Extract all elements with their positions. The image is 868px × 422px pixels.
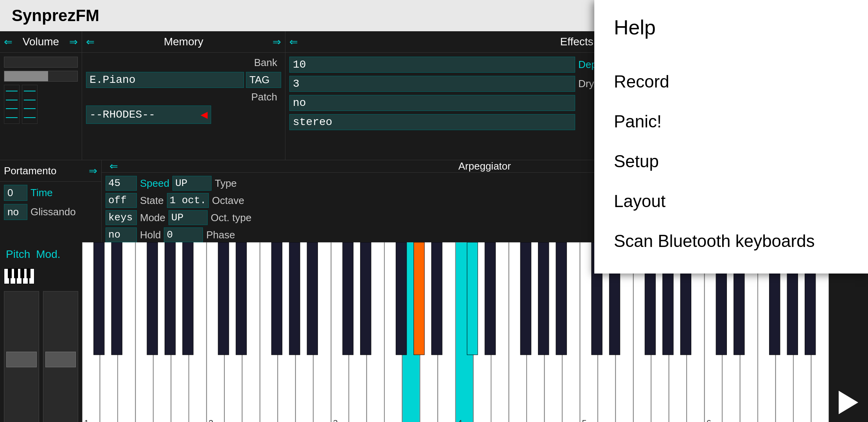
app-title: SynprezFM bbox=[12, 6, 99, 25]
arp-state-value[interactable]: off bbox=[106, 193, 137, 208]
svg-rect-67 bbox=[556, 242, 567, 355]
patch-row: Patch bbox=[86, 91, 281, 103]
vol-slider-1[interactable] bbox=[4, 85, 20, 124]
pitch-slider[interactable] bbox=[4, 291, 39, 422]
depth-value[interactable]: 10 bbox=[289, 57, 575, 73]
svg-rect-52 bbox=[183, 242, 193, 355]
svg-rect-66 bbox=[538, 242, 549, 355]
volume-header: ⇐ Volume ⇒ bbox=[0, 31, 82, 53]
effects-type-left: stereo bbox=[289, 114, 575, 130]
patch-label: Patch bbox=[251, 91, 278, 103]
svg-text:2: 2 bbox=[208, 418, 213, 422]
port-glissando-row: no Glissando bbox=[4, 204, 97, 220]
effects-active-left: no bbox=[289, 95, 575, 111]
arp-mode-label: Mode bbox=[140, 212, 165, 224]
arp-octave-label: Octave bbox=[212, 195, 244, 207]
vol-lines-2 bbox=[22, 85, 37, 123]
arp-hold-value[interactable]: no bbox=[106, 227, 137, 242]
svg-rect-54 bbox=[236, 242, 246, 355]
mod-label: Mod. bbox=[36, 248, 60, 261]
volume-title: Volume bbox=[23, 36, 59, 48]
menu-overlay: Help Record Panic! Setup Layout Scan Blu… bbox=[594, 0, 868, 274]
volume-left-arrow[interactable]: ⇐ bbox=[4, 36, 13, 48]
effects-drywet-left: 3 bbox=[289, 76, 575, 92]
port-glissando-label: Glissando bbox=[30, 206, 76, 218]
svg-rect-51 bbox=[165, 242, 175, 355]
arp-state-label: State bbox=[140, 195, 164, 207]
svg-rect-61 bbox=[414, 242, 424, 355]
memory-right-arrow[interactable]: ⇒ bbox=[273, 36, 281, 48]
svg-rect-50 bbox=[147, 242, 158, 355]
arp-mode-value[interactable]: keys bbox=[106, 210, 137, 225]
portamento-header: Portamento ⇒ bbox=[0, 160, 101, 182]
port-time-label: Time bbox=[30, 187, 53, 199]
svg-rect-60 bbox=[396, 242, 407, 355]
portamento-section: Portamento ⇒ 0 Time no Glissando bbox=[0, 160, 102, 242]
drywet-value[interactable]: 3 bbox=[289, 76, 575, 92]
vol-lines-1 bbox=[4, 85, 19, 123]
type-value[interactable]: stereo bbox=[289, 114, 575, 130]
patch-name-row: E.Piano TAG bbox=[86, 72, 281, 88]
arp-title: Arpeggiator bbox=[458, 160, 511, 172]
svg-rect-49 bbox=[111, 242, 122, 355]
menu-item-layout[interactable]: Layout bbox=[614, 184, 848, 218]
volume-section: ⇐ Volume ⇒ bbox=[0, 31, 82, 160]
red-marker: ◀ bbox=[201, 107, 208, 122]
portamento-arrow[interactable]: ⇒ bbox=[89, 165, 97, 177]
memory-section: ⇐ Memory ⇒ Bank E.Piano TAG Patch --RHOD… bbox=[82, 31, 285, 160]
arp-hold-label: Hold bbox=[140, 229, 161, 241]
mod-handle bbox=[45, 352, 76, 367]
portamento-content: 0 Time no Glissando bbox=[0, 182, 101, 223]
port-glissando-value[interactable]: no bbox=[4, 204, 27, 220]
patch-value-display[interactable]: --RHODES-- ◀ bbox=[86, 106, 211, 124]
mod-slider[interactable] bbox=[43, 291, 78, 422]
effects-depth-left: 10 bbox=[289, 57, 575, 73]
arp-octave-value[interactable]: 1 oct. bbox=[167, 193, 209, 208]
effects-title: Effects bbox=[560, 36, 593, 48]
svg-rect-59 bbox=[360, 242, 371, 355]
pitch-mod-labels: Pitch Mod. bbox=[4, 246, 78, 263]
svg-rect-63 bbox=[467, 242, 478, 355]
mini-black-4 bbox=[27, 268, 30, 278]
volume-bar2 bbox=[4, 71, 78, 82]
port-time-value[interactable]: 0 bbox=[4, 185, 27, 201]
memory-header: ⇐ Memory ⇒ bbox=[82, 31, 285, 53]
arp-phase-value[interactable]: 0 bbox=[164, 227, 203, 242]
play-button[interactable] bbox=[839, 391, 858, 414]
menu-item-setup[interactable]: Setup bbox=[614, 145, 848, 178]
svg-text:4: 4 bbox=[457, 418, 462, 422]
active-value[interactable]: no bbox=[289, 95, 575, 111]
portamento-title: Portamento bbox=[4, 165, 56, 177]
arp-phase-label: Phase bbox=[206, 229, 235, 241]
volume-right-arrow[interactable]: ⇒ bbox=[69, 36, 78, 48]
arp-left-arrow[interactable]: ⇐ bbox=[109, 160, 118, 172]
patch-value-row: --RHODES-- ◀ bbox=[86, 106, 281, 124]
svg-rect-55 bbox=[271, 242, 282, 355]
arp-type-value[interactable]: UP bbox=[172, 176, 212, 191]
memory-title: Memory bbox=[164, 36, 203, 48]
vol-slider-2[interactable] bbox=[22, 85, 38, 124]
pitch-handle bbox=[6, 352, 37, 367]
menu-title: Help bbox=[614, 16, 848, 47]
menu-item-panic[interactable]: Panic! bbox=[614, 105, 848, 138]
memory-left-arrow[interactable]: ⇐ bbox=[86, 36, 95, 48]
memory-bank-row: Bank bbox=[86, 57, 281, 69]
menu-item-record[interactable]: Record bbox=[614, 65, 848, 98]
patch-tag-display[interactable]: TAG bbox=[246, 72, 281, 88]
svg-rect-48 bbox=[94, 242, 104, 355]
arp-speed-value[interactable]: 45 bbox=[106, 176, 137, 191]
arp-octtype-value[interactable]: UP bbox=[169, 210, 208, 225]
menu-item-bluetooth[interactable]: Scan Bluetooth keyboards bbox=[614, 224, 848, 258]
svg-rect-65 bbox=[520, 242, 531, 355]
svg-rect-53 bbox=[218, 242, 229, 355]
effects-left-arrow[interactable]: ⇐ bbox=[289, 36, 298, 48]
patch-name-display[interactable]: E.Piano bbox=[86, 72, 244, 88]
svg-text:5: 5 bbox=[582, 418, 586, 422]
volume-sliders bbox=[4, 85, 78, 156]
svg-text:3: 3 bbox=[333, 418, 338, 422]
svg-rect-62 bbox=[432, 242, 442, 355]
mini-black-2 bbox=[14, 268, 18, 278]
arp-octtype-label: Oct. type bbox=[211, 212, 251, 224]
mini-black-1 bbox=[8, 268, 12, 278]
svg-rect-56 bbox=[289, 242, 300, 355]
